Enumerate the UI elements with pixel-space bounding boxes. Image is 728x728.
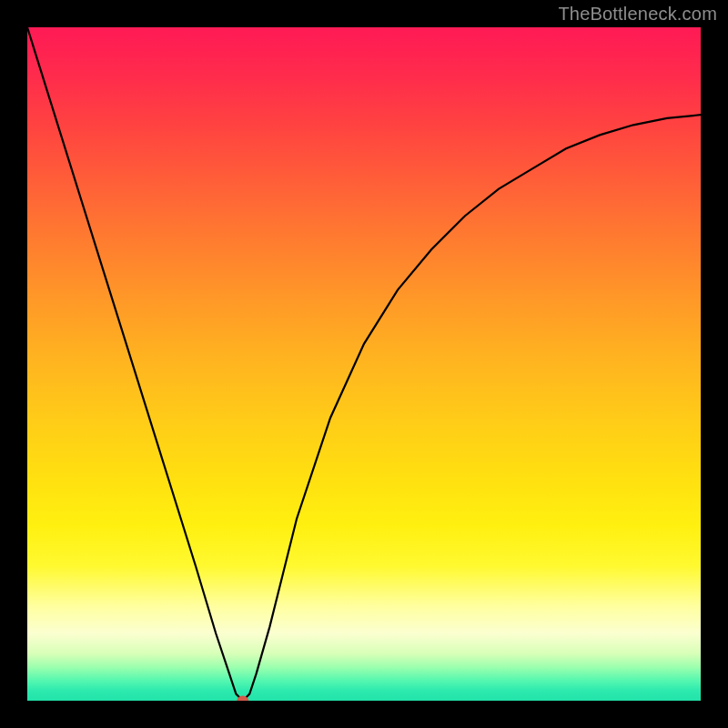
minimum-marker <box>238 696 248 701</box>
chart-frame: TheBottleneck.com <box>0 0 728 728</box>
bottleneck-curve <box>27 27 701 701</box>
curve-layer <box>27 27 701 701</box>
plot-area <box>27 27 701 701</box>
watermark-label: TheBottleneck.com <box>558 4 717 25</box>
